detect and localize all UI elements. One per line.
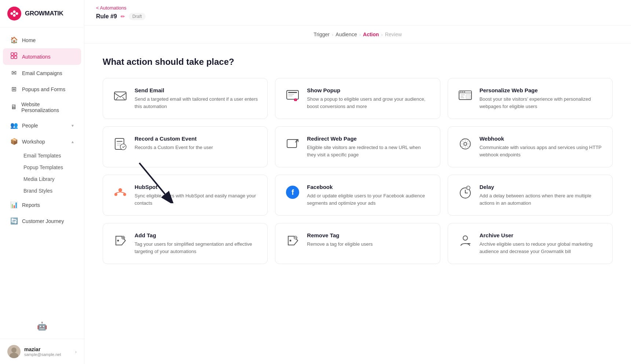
svg-point-9 <box>11 348 16 353</box>
sidebar-item-home[interactable]: 🏠 Home <box>3 32 81 48</box>
sidebar-item-reports[interactable]: 📊 Reports <box>3 197 81 213</box>
chatbot-icon[interactable]: 🤖 <box>36 320 49 333</box>
card-title: Show Popup <box>307 87 431 93</box>
svg-rect-25 <box>461 94 465 95</box>
svg-text:✓: ✓ <box>295 99 296 101</box>
action-card-delay[interactable]: ! Delay Add a delay between actions when… <box>448 175 613 216</box>
logo-text: GROWMATIK <box>25 10 63 17</box>
card-description: Send a targeted email with tailored cont… <box>135 96 258 110</box>
card-description: Show a popup to eligible users and grow … <box>307 96 431 110</box>
svg-text:!: ! <box>467 187 468 189</box>
sidebar-item-label: Automations <box>22 54 51 60</box>
archive-user-icon <box>457 232 474 249</box>
card-title: Record a Custom Event <box>135 135 213 142</box>
top-header: < Automations Rule #9 ✏ Draft <box>84 0 631 26</box>
sidebar-item-label: Customer Journey <box>22 218 64 224</box>
rule-row: Rule #9 ✏ Draft <box>96 13 619 20</box>
add-tag-icon <box>112 232 129 249</box>
step-action-label: Action <box>363 31 379 37</box>
card-description: Remove a tag for eligible users <box>307 241 373 248</box>
svg-point-22 <box>460 92 461 93</box>
content-area: What action should take place? <box>84 44 631 364</box>
action-card-show-popup[interactable]: ✓ Show Popup Show a popup to eligible us… <box>275 78 440 119</box>
card-description: Communicate with various apps and servic… <box>480 144 604 158</box>
sidebar-item-people[interactable]: 👥 People ▾ <box>3 118 81 133</box>
send-email-text: Send Email Send a targeted email with ta… <box>135 87 258 110</box>
page-title: What action should take place? <box>103 57 613 67</box>
step-trigger[interactable]: Trigger <box>313 31 330 37</box>
delay-icon: ! <box>457 184 474 201</box>
card-description: Eligible site visitors are redirected to… <box>307 144 431 158</box>
card-title: Personalize Web Page <box>480 87 604 93</box>
sidebar-item-email-campaigns[interactable]: ✉ Email Campaigns <box>3 65 81 81</box>
svg-rect-16 <box>288 94 294 95</box>
action-card-facebook[interactable]: f Facebook Add or update eligible users … <box>275 175 440 216</box>
svg-point-3 <box>13 14 16 17</box>
action-card-redirect-web-page[interactable]: Redirect Web Page Eligible site visitors… <box>275 126 440 167</box>
step-review[interactable]: Review <box>385 31 402 37</box>
action-card-send-email[interactable]: Send Email Send a targeted email with ta… <box>103 78 268 119</box>
action-card-hubspot[interactable]: HubSpot Sync eligible users with HubSpot… <box>103 175 268 216</box>
sidebar-item-label: Reports <box>22 202 40 208</box>
action-card-add-tag[interactable]: Add Tag Tag your users for simplified se… <box>103 223 268 264</box>
facebook-logo: f <box>286 186 299 199</box>
svg-rect-13 <box>114 92 126 100</box>
card-title: Send Email <box>135 87 258 93</box>
sidebar-item-popup-templates[interactable]: Popup Templates <box>19 161 84 173</box>
sidebar-item-brand-styles[interactable]: Brand Styles <box>19 185 84 197</box>
sidebar-item-label: Workshop <box>22 139 45 145</box>
svg-rect-31 <box>117 143 121 144</box>
edit-icon[interactable]: ✏ <box>121 14 125 19</box>
journey-icon: 🔄 <box>10 217 18 225</box>
sidebar-item-popups-forms[interactable]: ⊞ Popups and Forms <box>3 81 81 97</box>
svg-rect-26 <box>461 96 463 97</box>
action-card-personalize-web-page[interactable]: Personalize Web Page Boost your site vis… <box>448 78 613 119</box>
send-email-icon <box>112 87 129 104</box>
svg-rect-30 <box>117 141 122 142</box>
svg-point-37 <box>118 188 122 192</box>
svg-point-24 <box>464 92 465 93</box>
sidebar-item-customer-journey[interactable]: 🔄 Customer Journey <box>3 213 81 229</box>
email-icon: ✉ <box>10 69 18 77</box>
svg-rect-17 <box>288 96 293 96</box>
svg-rect-15 <box>288 92 297 93</box>
step-arrow-2: › <box>359 32 361 37</box>
sidebar-item-media-library[interactable]: Media Library <box>19 173 84 185</box>
redirect-webpage-icon <box>284 135 301 152</box>
card-title: Delay <box>480 184 604 190</box>
svg-rect-5 <box>14 53 17 55</box>
svg-rect-6 <box>11 56 14 59</box>
svg-line-41 <box>120 192 125 193</box>
steps-bar: Trigger › Audience › Action › Review <box>84 26 631 44</box>
footer-chevron-icon[interactable]: › <box>75 349 77 354</box>
step-audience[interactable]: Audience <box>335 31 357 37</box>
action-card-record-custom-event[interactable]: Record a Custom Event Records a Custom E… <box>103 126 268 167</box>
sidebar-item-automations[interactable]: Automations <box>3 48 81 65</box>
show-popup-icon: ✓ <box>284 87 301 104</box>
back-link[interactable]: < Automations <box>96 5 126 11</box>
card-description: Add a delay between actions when there a… <box>480 192 604 207</box>
action-card-archive-user[interactable]: Archive User Archive eligible users to r… <box>448 223 613 264</box>
step-action[interactable]: Action <box>363 31 379 37</box>
remove-tag-icon <box>284 232 301 249</box>
action-card-webhook[interactable]: Webhook Communicate with various apps an… <box>448 126 613 167</box>
avatar <box>7 345 21 358</box>
popup-icon: ⊞ <box>10 85 18 93</box>
action-card-remove-tag[interactable]: Remove Tag Remove a tag for eligible use… <box>275 223 440 264</box>
sidebar-item-workshop[interactable]: 📦 Workshop ▴ <box>3 134 81 149</box>
chevron-down-icon: ▾ <box>71 123 74 128</box>
svg-point-0 <box>11 12 13 15</box>
card-title: Archive User <box>480 232 604 238</box>
card-description: Records a Custom Event for the user <box>135 144 213 151</box>
step-review-label: Review <box>385 31 402 37</box>
card-description: Sync eligible users with HubSpot and eas… <box>135 192 258 207</box>
svg-point-36 <box>464 142 467 145</box>
hubspot-text: HubSpot Sync eligible users with HubSpot… <box>135 184 258 207</box>
workshop-subnav: Email Templates Popup Templates Media Li… <box>0 150 84 197</box>
footer-email: sample@sample.net <box>24 352 71 357</box>
sidebar: GROWMATIK 🏠 Home Automations ✉ Email Cam… <box>0 0 84 364</box>
svg-point-38 <box>114 193 117 196</box>
sidebar-item-email-templates[interactable]: Email Templates <box>19 150 84 161</box>
sidebar-item-website-personalizations[interactable]: 🖥 Website Personalizations <box>3 97 81 117</box>
card-title: Webhook <box>480 135 604 142</box>
